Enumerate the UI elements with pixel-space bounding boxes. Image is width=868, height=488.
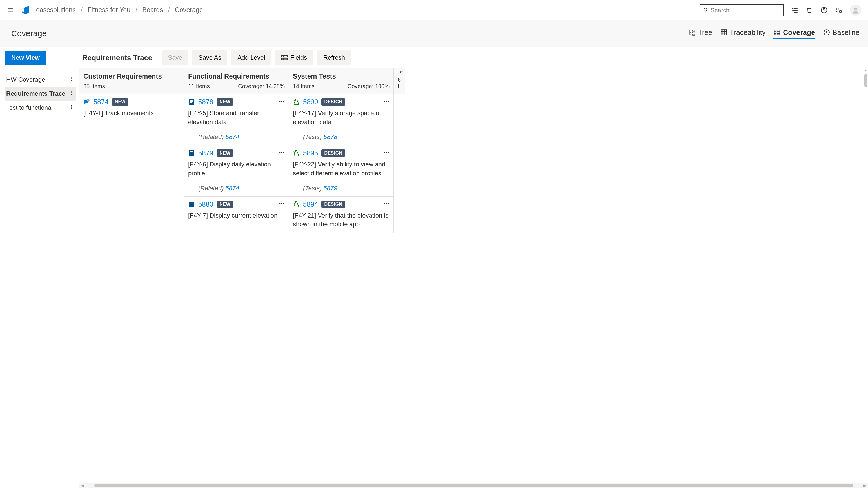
more-horizontal-icon xyxy=(279,150,285,156)
card-id[interactable]: 5878 xyxy=(198,98,213,106)
sidebar-item-more[interactable] xyxy=(68,90,74,97)
rel-link[interactable]: 5874 xyxy=(225,133,239,140)
svg-rect-40 xyxy=(190,204,193,204)
svg-point-48 xyxy=(384,152,385,153)
collapse-arrow[interactable] xyxy=(399,70,404,77)
card-id[interactable]: 5879 xyxy=(198,149,213,157)
azure-devops-logo[interactable] xyxy=(21,6,30,14)
tab-coverage[interactable]: Coverage xyxy=(773,28,815,39)
work-items-icon-btn[interactable] xyxy=(792,7,798,13)
card-id[interactable]: 5890 xyxy=(303,98,318,106)
col-count: 6 I xyxy=(398,76,401,90)
card-menu[interactable] xyxy=(279,98,285,105)
avatar[interactable] xyxy=(850,4,861,16)
more-horizontal-icon xyxy=(383,150,390,156)
refresh-button[interactable]: Refresh xyxy=(317,50,351,65)
marketplace-icon-btn[interactable] xyxy=(806,7,813,13)
card-menu[interactable] xyxy=(383,98,390,105)
test-icon xyxy=(293,201,300,208)
add-level-button[interactable]: Add Level xyxy=(231,50,271,65)
rel-link[interactable]: 5878 xyxy=(323,133,337,140)
card[interactable]: 5874 NEW [F4Y-1] Track movements xyxy=(80,94,184,123)
vertical-scrollbar[interactable] xyxy=(864,68,868,87)
breadcrumb-area[interactable]: Boards xyxy=(143,6,163,14)
card[interactable]: 5880 NEW [F4Y-7] Display current elevati… xyxy=(184,197,289,225)
sidebar-item-more[interactable] xyxy=(68,104,74,111)
help-icon xyxy=(821,7,828,13)
coverage-icon xyxy=(773,29,781,36)
card-menu[interactable] xyxy=(279,201,285,208)
breadcrumb-page[interactable]: Coverage xyxy=(175,6,203,14)
sidebar-item-label: Requirements Trace xyxy=(6,90,65,97)
column-functional-requirements: Functional Requirements 11 Items Coverag… xyxy=(184,68,289,233)
card[interactable]: 5878 NEW [F4Y-5] Store and transfer elev… xyxy=(184,94,289,145)
sidebar-item-hw-coverage[interactable]: HW Coverage xyxy=(5,73,76,87)
svg-rect-11 xyxy=(777,33,780,35)
sidebar-item-label: HW Coverage xyxy=(6,76,45,83)
state-badge: NEW xyxy=(217,150,233,157)
card-id[interactable]: 5874 xyxy=(93,98,108,106)
tab-baseline-label: Baseline xyxy=(833,28,860,37)
help-icon-btn[interactable] xyxy=(821,7,828,13)
more-vertical-icon xyxy=(68,76,74,82)
rel-label: (Tests) xyxy=(303,133,322,140)
breadcrumb-project[interactable]: Fitness for You xyxy=(88,6,130,14)
test-icon xyxy=(293,150,300,157)
svg-rect-32 xyxy=(190,152,193,152)
save-as-button[interactable]: Save As xyxy=(192,50,227,65)
breadcrumb-sep: / xyxy=(81,6,83,14)
scroll-left-icon[interactable]: ◀ xyxy=(81,483,84,488)
card[interactable]: 5890 DESIGN [F4Y-17] Verify storage spac… xyxy=(289,94,394,145)
card-title: [F4Y-17] Verify storage space of elevati… xyxy=(293,109,390,127)
fields-button[interactable]: Fields xyxy=(275,50,313,65)
search-icon xyxy=(703,7,708,13)
scroll-thumb[interactable] xyxy=(87,484,861,487)
svg-point-4 xyxy=(854,7,857,10)
card-title: [F4Y-5] Store and transfer elevation dat… xyxy=(188,109,285,127)
card-menu[interactable] xyxy=(383,201,390,208)
tab-traceability-label: Traceability xyxy=(730,28,766,37)
trace-title: Requirements Trace xyxy=(82,54,152,62)
tab-tree[interactable]: Tree xyxy=(689,28,712,39)
card-id[interactable]: 5880 xyxy=(198,200,213,208)
state-badge: NEW xyxy=(112,98,128,105)
sidebar-item-test-to-functional[interactable]: Test to functional xyxy=(5,101,76,115)
tab-baseline[interactable]: Baseline xyxy=(823,28,860,39)
svg-point-47 xyxy=(388,101,389,102)
card-id[interactable]: 5895 xyxy=(303,149,318,157)
search-input[interactable] xyxy=(711,7,780,13)
breadcrumb: easesolutions / Fitness for You / Boards… xyxy=(36,6,203,14)
card-id[interactable]: 5894 xyxy=(303,200,318,208)
state-badge: NEW xyxy=(217,201,233,208)
requirement-icon xyxy=(188,150,195,157)
sidebar-item-requirements-trace[interactable]: Requirements Trace xyxy=(5,87,76,101)
card-menu[interactable] xyxy=(383,150,390,157)
scroll-right-icon[interactable]: ▶ xyxy=(863,483,866,488)
menu-button[interactable] xyxy=(6,5,15,15)
state-badge: DESIGN xyxy=(321,201,345,208)
svg-point-49 xyxy=(386,152,387,153)
card-title: [F4Y-7] Display current elevation xyxy=(188,211,285,220)
card-menu[interactable] xyxy=(279,150,285,157)
settings-icon-btn[interactable] xyxy=(835,7,842,13)
card[interactable]: 5894 DESIGN [F4Y-21] Verify that the ele… xyxy=(289,197,394,234)
avatar-icon xyxy=(852,6,860,14)
horizontal-scrollbar[interactable]: ◀ ▶ xyxy=(80,483,868,488)
tab-traceability[interactable]: Traceability xyxy=(720,28,766,39)
svg-point-19 xyxy=(71,106,71,107)
svg-rect-7 xyxy=(774,32,776,33)
col-count: 35 Items xyxy=(83,83,105,90)
svg-point-2 xyxy=(837,8,839,10)
breadcrumb-org[interactable]: easesolutions xyxy=(36,6,76,14)
rel-link[interactable]: 5874 xyxy=(225,185,239,192)
tab-coverage-label: Coverage xyxy=(783,28,815,37)
save-button[interactable]: Save xyxy=(162,50,188,65)
svg-rect-8 xyxy=(774,33,776,35)
sidebar-item-more[interactable] xyxy=(68,76,74,83)
card[interactable]: 5895 DESIGN [F4Y-22] Verifiy ability to … xyxy=(289,145,394,197)
rel-link[interactable]: 5879 xyxy=(323,185,337,192)
new-view-button[interactable]: New View xyxy=(5,51,46,65)
rel-label: (Related) xyxy=(198,133,224,140)
card[interactable]: 5879 NEW [F4Y-6] Display daily elevation… xyxy=(184,145,289,197)
search-box[interactable] xyxy=(700,4,783,16)
